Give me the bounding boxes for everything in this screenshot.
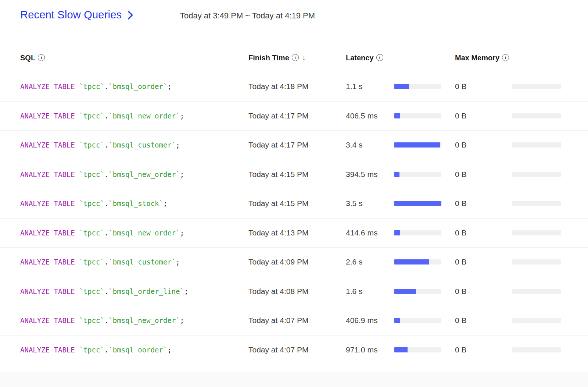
- sql-dot: .: [104, 112, 108, 120]
- memory-bar: [512, 84, 561, 89]
- sql-cell[interactable]: ANALYZE TABLE `tpcc`.`bmsql_new_order`;: [20, 316, 184, 324]
- finish-time-cell: Today at 4:17 PM: [248, 141, 308, 149]
- latency-value: 406.9 ms: [346, 316, 377, 325]
- sql-dot: .: [104, 287, 108, 295]
- sql-semicolon: ;: [184, 287, 188, 295]
- info-icon[interactable]: i: [292, 54, 299, 61]
- latency-bar: [394, 230, 441, 235]
- latency-value: 414.6 ms: [346, 228, 377, 237]
- memory-value: 0 B: [455, 228, 467, 237]
- sql-schema: `tpcc`: [79, 199, 104, 207]
- sort-desc-icon[interactable]: ↓: [302, 54, 306, 62]
- column-header-finish-time[interactable]: Finish Time i ↓: [248, 54, 306, 62]
- memory-bar: [512, 113, 561, 118]
- memory-value: 0 B: [455, 199, 467, 208]
- latency-bar: [394, 201, 441, 206]
- latency-bar-fill: [394, 142, 440, 148]
- latency-value: 2.6 s: [346, 258, 363, 266]
- sql-semicolon: ;: [180, 170, 184, 178]
- sql-cell[interactable]: ANALYZE TABLE `tpcc`.`bmsql_customer`;: [20, 141, 180, 149]
- sql-cell[interactable]: ANALYZE TABLE `tpcc`.`bmsql_new_order`;: [20, 112, 184, 120]
- finish-time-cell: Today at 4:15 PM: [248, 170, 308, 179]
- table-row[interactable]: ANALYZE TABLE `tpcc`.`bmsql_new_order`; …: [0, 102, 588, 131]
- latency-value: 1.1 s: [346, 82, 363, 91]
- table-row[interactable]: ANALYZE TABLE `tpcc`.`bmsql_new_order`; …: [0, 160, 588, 189]
- info-icon[interactable]: i: [502, 54, 509, 61]
- sql-schema: `tpcc`: [79, 82, 104, 90]
- info-icon[interactable]: i: [376, 54, 383, 61]
- table-row[interactable]: ANALYZE TABLE `tpcc`.`bmsql_oorder`; Tod…: [0, 72, 588, 102]
- sql-keyword: ANALYZE TABLE: [20, 287, 75, 295]
- sql-keyword: ANALYZE TABLE: [20, 141, 75, 149]
- sql-cell[interactable]: ANALYZE TABLE `tpcc`.`bmsql_stock`;: [20, 199, 167, 207]
- table-body: ANALYZE TABLE `tpcc`.`bmsql_oorder`; Tod…: [0, 72, 588, 365]
- latency-bar: [394, 289, 441, 294]
- latency-bar: [394, 142, 441, 148]
- latency-value: 971.0 ms: [346, 345, 377, 354]
- sql-space: [75, 82, 79, 90]
- sql-cell[interactable]: ANALYZE TABLE `tpcc`.`bmsql_customer`;: [20, 258, 180, 266]
- sql-table: `bmsql_new_order`: [108, 229, 180, 237]
- info-icon[interactable]: i: [38, 54, 45, 61]
- column-header-sql[interactable]: SQL i: [20, 54, 45, 62]
- latency-bar-fill: [394, 84, 409, 89]
- column-header-latency[interactable]: Latency i: [346, 54, 383, 62]
- sql-table: `bmsql_oorder`: [108, 82, 167, 90]
- sql-cell[interactable]: ANALYZE TABLE `tpcc`.`bmsql_oorder`;: [20, 82, 172, 90]
- sql-semicolon: ;: [180, 316, 184, 324]
- sql-space: [75, 346, 79, 354]
- memory-bar: [512, 259, 561, 264]
- table-row[interactable]: ANALYZE TABLE `tpcc`.`bmsql_new_order`; …: [0, 219, 588, 248]
- sql-table: `bmsql_stock`: [108, 199, 163, 207]
- sql-schema: `tpcc`: [79, 346, 104, 354]
- sql-keyword: ANALYZE TABLE: [20, 82, 75, 90]
- sql-dot: .: [104, 82, 108, 90]
- latency-bar: [394, 84, 441, 89]
- latency-bar: [394, 347, 441, 352]
- memory-bar: [512, 142, 561, 148]
- latency-bar-fill: [394, 318, 400, 323]
- sql-space: [75, 316, 79, 324]
- latency-bar: [394, 318, 441, 323]
- sql-cell[interactable]: ANALYZE TABLE `tpcc`.`bmsql_order_line`;: [20, 287, 189, 295]
- sql-schema: `tpcc`: [79, 287, 104, 295]
- sql-table: `bmsql_new_order`: [108, 170, 180, 178]
- sql-dot: .: [104, 141, 108, 149]
- sql-keyword: ANALYZE TABLE: [20, 170, 75, 178]
- memory-value: 0 B: [455, 345, 467, 354]
- latency-bar-fill: [394, 230, 400, 235]
- table-row[interactable]: ANALYZE TABLE `tpcc`.`bmsql_new_order`; …: [0, 306, 588, 335]
- sql-keyword: ANALYZE TABLE: [20, 346, 75, 354]
- sql-keyword: ANALYZE TABLE: [20, 199, 75, 207]
- memory-bar: [512, 347, 561, 352]
- sql-space: [75, 112, 79, 120]
- table-row[interactable]: ANALYZE TABLE `tpcc`.`bmsql_order_line`;…: [0, 277, 588, 306]
- sql-semicolon: ;: [180, 229, 184, 237]
- finish-time-cell: Today at 4:09 PM: [248, 258, 308, 266]
- column-header-max-memory[interactable]: Max Memory i: [455, 54, 509, 62]
- finish-time-cell: Today at 4:18 PM: [248, 82, 308, 91]
- sql-cell[interactable]: ANALYZE TABLE `tpcc`.`bmsql_oorder`;: [20, 346, 172, 354]
- latency-value: 394.5 ms: [346, 170, 377, 179]
- latency-bar-fill: [394, 259, 429, 264]
- sql-table: `bmsql_order_line`: [108, 287, 184, 295]
- sql-cell[interactable]: ANALYZE TABLE `tpcc`.`bmsql_new_order`;: [20, 229, 184, 237]
- table-row[interactable]: ANALYZE TABLE `tpcc`.`bmsql_stock`; Toda…: [0, 189, 588, 219]
- memory-value: 0 B: [455, 258, 467, 266]
- sql-schema: `tpcc`: [79, 229, 104, 237]
- memory-value: 0 B: [455, 111, 467, 120]
- table-row[interactable]: ANALYZE TABLE `tpcc`.`bmsql_oorder`; Tod…: [0, 335, 588, 365]
- table-row[interactable]: ANALYZE TABLE `tpcc`.`bmsql_customer`; T…: [0, 248, 588, 277]
- sql-semicolon: ;: [163, 199, 167, 207]
- finish-time-cell: Today at 4:07 PM: [248, 316, 308, 325]
- table-header: SQL i Finish Time i ↓ Latency i Max Memo…: [0, 0, 588, 72]
- sql-space: [75, 141, 79, 149]
- sql-keyword: ANALYZE TABLE: [20, 316, 75, 324]
- sql-cell[interactable]: ANALYZE TABLE `tpcc`.`bmsql_new_order`;: [20, 170, 184, 178]
- memory-value: 0 B: [455, 316, 467, 325]
- latency-bar: [394, 172, 441, 177]
- memory-bar: [512, 172, 561, 177]
- sql-space: [75, 258, 79, 266]
- table-row[interactable]: ANALYZE TABLE `tpcc`.`bmsql_customer`; T…: [0, 131, 588, 160]
- finish-time-cell: Today at 4:08 PM: [248, 287, 308, 296]
